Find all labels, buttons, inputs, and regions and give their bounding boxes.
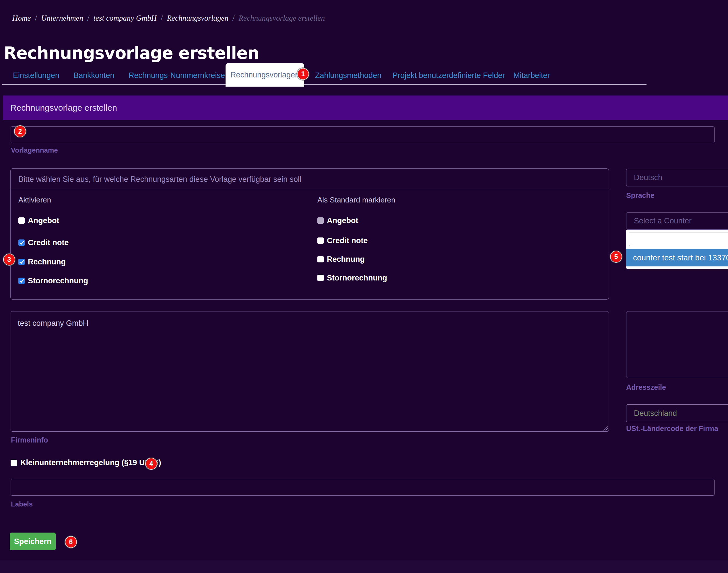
breadcrumb: Home / Unternehmen / test company GmbH /… [12,14,325,23]
page-title: Rechnungsvorlage erstellen [4,43,259,63]
footer-strip [0,560,728,573]
kleinunternehmer-label: Kleinunternehmerregelung (§19 UStG) [20,458,161,467]
checkbox-aktivieren-stornorechnung[interactable] [18,277,25,284]
adresszeile-textarea[interactable] [626,311,728,378]
counter-option[interactable]: counter test start bei 13370270 [626,249,728,266]
annotation-badge-6: 6 [65,536,77,548]
section-banner-title: Rechnungsvorlage erstellen [10,103,117,113]
checkbox-row-aktivieren-angebot: Angebot [18,216,59,225]
checkbox-aktivieren-angebot[interactable] [18,217,25,224]
firmeninfo-textarea[interactable]: test company GmbH [11,311,609,432]
breadcrumb-separator: / [233,14,235,23]
section-banner: Rechnungsvorlage erstellen [3,96,728,120]
counter-placeholder: Select a Counter [634,216,691,225]
column-header-als-standard-markieren: Als Standard markieren [318,196,395,205]
checkbox-row-standard-credit-note: Credit note [318,236,368,246]
counter-search-input[interactable] [633,234,728,245]
checkbox-row-standard-stornorechnung: Stornorechnung [318,273,387,283]
sprache-selected-value: Deutsch [634,173,662,182]
firmeninfo-label: Firmeninfo [11,436,48,444]
breadcrumb-separator: / [161,14,163,23]
fieldset-divider [11,190,609,190]
checkbox-label: Rechnung [28,258,66,266]
sprache-label: Sprache [626,191,654,200]
ust-laendercode-value: Deutschland [634,409,677,418]
breadcrumb-separator: / [87,14,90,23]
checkbox-row-standard-rechnung: Rechnung [318,254,365,264]
checkbox-kleinunternehmerregelung[interactable] [11,460,17,466]
annotation-badge-3: 3 [3,254,15,266]
tab-mitarbeiter[interactable]: Mitarbeiter [513,71,550,80]
checkbox-standard-credit-note[interactable] [318,238,324,244]
annotation-badge-1: 1 [297,68,309,80]
checkbox-row-aktivieren-credit-note: Credit note [18,238,69,248]
counter-select[interactable]: Select a Counter [626,212,728,230]
page: { "breadcrumb": { "separator": "/", "ite… [0,0,728,573]
checkbox-standard-stornorechnung[interactable] [318,275,324,281]
column-header-aktivieren: Aktivieren [18,196,51,205]
checkbox-label: Credit note [28,238,69,247]
breadcrumb-item-rechnungsvorlagen[interactable]: Rechnungsvorlagen [167,14,228,23]
annotation-badge-5: 5 [610,251,622,263]
invoice-types-legend: Bitte wählen Sie aus, für welche Rechnun… [18,175,301,184]
breadcrumb-item-home[interactable]: Home [12,14,31,23]
labels-input[interactable] [11,479,715,496]
breadcrumb-item-company[interactable]: test company GmbH [93,14,156,23]
resize-handle-icon[interactable] [602,425,608,430]
vorlagenname-label: Vorlagenname [11,146,58,154]
checkbox-label: Stornorechnung [327,274,387,282]
tab-bar-underline [2,84,646,85]
tab-zahlungsmethoden[interactable]: Zahlungsmethoden [315,71,381,80]
tab-projekt-benutzerdefinierte-felder[interactable]: Projekt benutzerdefinierte Felder [393,71,505,80]
checkbox-aktivieren-rechnung[interactable] [18,259,25,265]
breadcrumb-separator: / [35,14,37,23]
checkbox-standard-angebot [318,217,324,224]
ust-laendercode-label: USt.-Ländercode der Firma [626,424,718,433]
save-button[interactable]: Speichern [10,532,56,550]
checkbox-label: Stornorechnung [28,276,88,285]
checkbox-row-standard-angebot: Angebot [318,216,358,225]
tab-rechnungsvorlagen-label: Rechnungsvorlagen [231,70,299,80]
labels-label: Labels [11,500,33,508]
tab-bankkonten[interactable]: Bankkonten [74,71,114,80]
annotation-badge-4: 4 [145,458,157,470]
checkbox-label: Rechnung [327,255,365,264]
firmeninfo-value: test company GmbH [18,319,88,327]
counter-dropdown-panel: counter test start bei 13370270 [626,230,728,269]
tab-einstellungen[interactable]: Einstellungen [13,71,59,80]
sprache-select[interactable]: Deutsch [626,169,728,187]
tab-rechnungsvorlagen-active[interactable]: Rechnungsvorlagen [226,63,304,87]
annotation-badge-2: 2 [14,125,26,137]
invoice-types-fieldset: Bitte wählen Sie aus, für welche Rechnun… [10,168,609,300]
checkbox-standard-rechnung[interactable] [318,256,324,262]
checkbox-label: Angebot [28,216,59,225]
ust-laendercode-select[interactable]: Deutschland [626,404,728,422]
breadcrumb-item-current: Rechnungsvorlage erstellen [238,14,325,23]
checkbox-label: Credit note [327,236,368,245]
vorlagenname-input[interactable] [11,126,715,143]
checkbox-row-aktivieren-stornorechnung: Stornorechnung [18,276,88,285]
checkbox-label: Angebot [327,216,358,225]
checkbox-row-aktivieren-rechnung: Rechnung [18,257,66,267]
adresszeile-label: Adresszeile [626,383,666,392]
tab-rechnungs-nummernkreise[interactable]: Rechnungs-Nummernkreise [129,71,225,80]
breadcrumb-item-unternehmen[interactable]: Unternehmen [41,14,83,23]
counter-option-label: counter test start bei 13370270 [633,253,728,262]
checkbox-aktivieren-credit-note[interactable] [18,240,25,246]
counter-search-box[interactable] [629,232,728,246]
kleinunternehmer-row: Kleinunternehmerregelung (§19 UStG) [11,458,161,467]
